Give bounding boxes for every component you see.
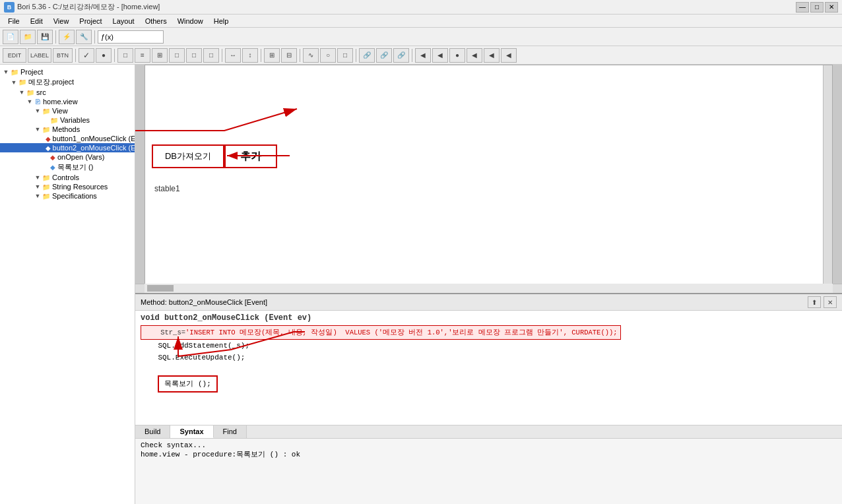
- tb-layout2[interactable]: ≡: [135, 48, 150, 63]
- tree-variables[interactable]: 📁 Variables: [0, 115, 135, 125]
- edit-mode-button[interactable]: EDIT: [3, 48, 26, 63]
- hscroll[interactable]: [145, 284, 833, 293]
- expand-icon: ▼: [26, 98, 33, 105]
- tb-link1[interactable]: 🔗: [359, 48, 375, 63]
- db-fetch-button[interactable]: DB가져오기: [152, 144, 224, 168]
- tree-memoproject[interactable]: ▼ 📁 메모장.project: [0, 77, 135, 88]
- expand-icon: ▼: [34, 108, 41, 114]
- tab-find[interactable]: Find: [214, 425, 247, 438]
- view-icon: 🖹: [34, 98, 41, 106]
- minimize-button[interactable]: —: [796, 2, 809, 13]
- design-area[interactable]: DB가져오기 추가 stable1 1 2: [135, 65, 842, 293]
- save-button[interactable]: 💾: [37, 30, 53, 44]
- tree-label: Controls: [52, 173, 79, 181]
- open-button[interactable]: 📁: [20, 30, 36, 44]
- tb-link3[interactable]: 🔗: [393, 48, 409, 63]
- tree-homeview[interactable]: ▼ 🖹 home.view: [0, 97, 135, 106]
- tree-label: src: [36, 88, 46, 96]
- tb-nav2[interactable]: ◀: [432, 48, 448, 63]
- tab-build[interactable]: Build: [135, 425, 170, 438]
- tree-label: onOpen (Vars): [57, 153, 104, 161]
- menu-others[interactable]: Others: [140, 16, 172, 26]
- tree-btn1-event[interactable]: ◆ button1_onMouseClick (Event): [0, 134, 135, 143]
- expand-icon: [42, 144, 44, 151]
- tb-draw1[interactable]: ∿: [303, 48, 319, 63]
- tb-halign[interactable]: ↔: [225, 48, 241, 63]
- folder-icon: 📁: [18, 79, 26, 86]
- circle-button[interactable]: ●: [96, 48, 112, 63]
- label-mode-button[interactable]: LABEL: [28, 48, 51, 63]
- menu-help[interactable]: Help: [209, 16, 234, 26]
- menu-window[interactable]: Window: [172, 16, 209, 26]
- diamond-icon: ◆: [46, 135, 51, 142]
- expand-icon: ▼: [34, 126, 41, 133]
- view-canvas: DB가져오기 추가 stable1 1 2: [145, 65, 833, 293]
- menu-project[interactable]: Project: [74, 16, 107, 26]
- code-indent: [144, 329, 160, 336]
- tb-grid1[interactable]: ⊞: [264, 48, 280, 63]
- app-icon: B: [4, 2, 15, 13]
- maximize-button[interactable]: □: [810, 2, 824, 13]
- folder-icon: 📁: [42, 126, 50, 133]
- debug-button[interactable]: 🔧: [76, 30, 92, 44]
- tb-draw3[interactable]: □: [337, 48, 353, 63]
- tb-link2[interactable]: 🔗: [376, 48, 392, 63]
- tb-nav1[interactable]: ◀: [415, 48, 431, 63]
- menu-layout[interactable]: Layout: [108, 16, 140, 26]
- tree-string-resources[interactable]: ▼ 📁 String Resources: [0, 182, 135, 191]
- tree-label: String Resources: [52, 183, 108, 191]
- tb-valign[interactable]: ↕: [242, 48, 258, 63]
- sep3: [75, 49, 76, 62]
- tb-layout6[interactable]: □: [203, 48, 219, 63]
- folder-icon: 📁: [42, 174, 50, 181]
- tb-layout5[interactable]: □: [186, 48, 202, 63]
- tb-nav4[interactable]: ◀: [467, 48, 482, 63]
- check-button[interactable]: ✓: [79, 48, 94, 63]
- tree-project[interactable]: ▼ 📁 Project: [0, 67, 135, 77]
- code-line-5: 목록보기 ();: [141, 375, 837, 393]
- menu-view[interactable]: View: [48, 16, 75, 26]
- tree-label: 목록보기 (): [57, 162, 93, 172]
- tab-bar: Build Syntax Find: [135, 425, 842, 439]
- add-button[interactable]: 추가: [224, 144, 277, 168]
- separator: [55, 30, 56, 44]
- tb-layout1[interactable]: □: [117, 48, 133, 63]
- hscroll-thumb[interactable]: [147, 285, 174, 292]
- tree-onopen[interactable]: ◆ onOpen (Vars): [0, 152, 135, 162]
- expand-icon: [42, 164, 49, 171]
- tb-grid2[interactable]: ⊟: [281, 48, 297, 63]
- btn-mode-button[interactable]: BTN: [53, 48, 73, 63]
- tree-src[interactable]: ▼ 📁 src: [0, 88, 135, 97]
- tb-nav5[interactable]: ◀: [484, 48, 500, 63]
- toolbar1: 📄 📁 💾 ⚡ 🔧: [0, 28, 842, 46]
- right-panel: DB가져오기 추가 stable1 1 2: [135, 65, 842, 504]
- sep8: [356, 49, 356, 62]
- tree-btn2-event[interactable]: ◆ button2_onMouseClick (Event): [0, 143, 135, 152]
- sep6: [261, 49, 261, 62]
- menu-file[interactable]: File: [3, 16, 25, 26]
- tb-layout4[interactable]: □: [169, 48, 185, 63]
- tb-draw2[interactable]: ○: [320, 48, 336, 63]
- left-panel: ▼ 📁 Project ▼ 📁 메모장.project ▼ 📁 src ▼ 🖹 …: [0, 65, 135, 504]
- new-button[interactable]: 📄: [3, 30, 18, 44]
- method-close-button[interactable]: ✕: [824, 296, 837, 308]
- run-button[interactable]: ⚡: [59, 30, 75, 44]
- tb-nav3[interactable]: ●: [449, 48, 465, 63]
- folder-icon: 📁: [11, 69, 18, 76]
- tree-listview[interactable]: ◆ 목록보기 (): [0, 162, 135, 173]
- method-panel: Method: button2_onMouseClick [Event] ⬆ ✕…: [135, 293, 842, 425]
- menu-edit[interactable]: Edit: [25, 16, 48, 26]
- tree-methods[interactable]: ▼ 📁 Methods: [0, 125, 135, 134]
- close-button[interactable]: ✕: [825, 2, 838, 13]
- tb-nav6[interactable]: ◀: [501, 48, 517, 63]
- tab-syntax[interactable]: Syntax: [170, 425, 213, 438]
- func-icon: ◆: [50, 164, 55, 171]
- tree-specifications[interactable]: ▼ 📁 Specifications: [0, 191, 135, 201]
- tree-view-node[interactable]: ▼ 📁 View: [0, 106, 135, 115]
- tb-layout3[interactable]: ⊞: [152, 48, 168, 63]
- syntax-line-2: home.view - procedure:목록보기 () : ok: [141, 449, 837, 459]
- stable-label: stable1: [154, 184, 180, 193]
- tree-controls[interactable]: ▼ 📁 Controls: [0, 173, 135, 182]
- method-expand-button[interactable]: ⬆: [808, 296, 821, 308]
- formula-input[interactable]: [98, 30, 164, 44]
